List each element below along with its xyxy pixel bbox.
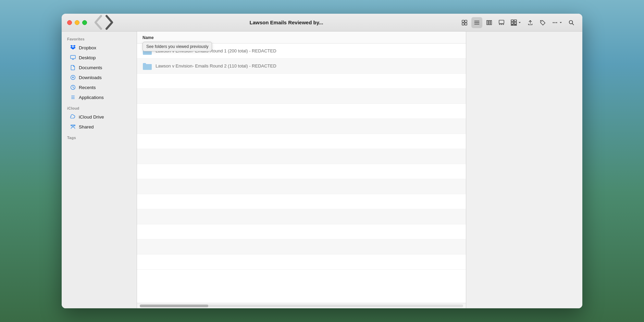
tag-button[interactable] (537, 17, 548, 28)
minimize-button[interactable] (75, 20, 79, 25)
empty-row (137, 134, 466, 149)
view-columns-button[interactable] (484, 17, 495, 28)
applications-icon (70, 94, 76, 100)
maximize-button[interactable] (82, 20, 87, 25)
sidebar-item-documents-label: Documents (79, 65, 102, 70)
empty-row (137, 224, 466, 239)
svg-point-23 (556, 22, 557, 23)
svg-point-20 (541, 21, 542, 22)
close-button[interactable] (67, 20, 72, 25)
tags-section: Tags (62, 134, 137, 141)
svg-rect-18 (511, 25, 513, 25)
sidebar-item-icloud-drive[interactable]: iCloud Drive (64, 112, 134, 122)
folder-icon (143, 62, 152, 70)
shared-icon (70, 124, 76, 130)
svg-rect-2 (462, 23, 464, 25)
preview-pane (466, 32, 582, 308)
file-header: Name See folders you viewed previously (137, 32, 466, 44)
recents-icon (70, 84, 76, 90)
svg-rect-1 (465, 20, 467, 22)
column-name: Name (143, 35, 154, 40)
empty-row (137, 89, 466, 104)
sidebar-item-icloud-drive-label: iCloud Drive (79, 114, 104, 120)
nav-buttons (94, 18, 114, 27)
more-button[interactable] (549, 17, 565, 28)
finder-window: Lawson Emails Reviewed by... (62, 14, 582, 308)
svg-point-36 (74, 125, 75, 126)
sidebar-item-recents-label: Recents (79, 85, 96, 90)
sidebar-item-recents[interactable]: Recents (64, 83, 134, 92)
sidebar-item-applications-label: Applications (79, 95, 104, 100)
empty-row (137, 255, 466, 270)
svg-rect-3 (465, 23, 467, 25)
toolbar-right (459, 17, 577, 28)
name-tooltip: See folders you viewed previously (143, 42, 212, 51)
downloads-icon (70, 74, 76, 80)
tags-header: Tags (62, 134, 137, 141)
svg-line-25 (572, 23, 574, 25)
svg-point-22 (555, 22, 556, 23)
main-content: Favorites Dropbox (62, 32, 582, 308)
svg-point-37 (71, 125, 72, 126)
empty-row (137, 104, 466, 119)
svg-rect-10 (499, 20, 504, 23)
title-bar: Lawson Emails Reviewed by... (62, 14, 582, 32)
sidebar-item-desktop-label: Desktop (79, 55, 96, 60)
file-name-2: Lawson v Envision- Emails Round 2 (110 t… (156, 63, 276, 69)
name-column-wrapper: Name See folders you viewed previously (143, 34, 154, 40)
svg-rect-14 (511, 20, 513, 22)
sidebar-item-downloads-label: Downloads (79, 75, 102, 80)
traffic-lights (67, 20, 87, 25)
favorites-section: Favorites Dropbox (62, 36, 137, 102)
window-title: Lawson Emails Reviewed by... (118, 20, 455, 25)
svg-rect-9 (491, 20, 492, 25)
empty-row (137, 194, 466, 209)
sidebar: Favorites Dropbox (62, 32, 137, 308)
file-row[interactable]: Lawson v Envision- Emails Round 2 (110 t… (137, 59, 466, 74)
desktop-icon (70, 54, 76, 61)
empty-row (137, 239, 466, 255)
sidebar-item-desktop[interactable]: Desktop (64, 53, 134, 62)
svg-rect-17 (514, 22, 517, 24)
empty-row (137, 179, 466, 194)
sidebar-item-downloads[interactable]: Downloads (64, 73, 134, 82)
empty-row (137, 209, 466, 224)
sidebar-item-applications[interactable]: Applications (64, 92, 134, 102)
file-area: Name See folders you viewed previously L… (137, 32, 466, 308)
favorites-header: Favorites (62, 36, 137, 42)
documents-icon (70, 64, 76, 71)
share-button[interactable] (525, 17, 536, 28)
svg-rect-8 (488, 20, 490, 25)
svg-point-21 (553, 22, 554, 23)
scroll-bar-area[interactable] (137, 303, 466, 308)
view-gallery-button[interactable] (496, 17, 507, 28)
back-button[interactable] (94, 18, 103, 27)
sidebar-item-shared[interactable]: Shared (64, 122, 134, 132)
search-button[interactable] (566, 17, 577, 28)
empty-row (137, 74, 466, 89)
svg-point-35 (72, 125, 74, 126)
scroll-thumb[interactable] (140, 305, 208, 307)
empty-row (137, 164, 466, 179)
svg-rect-15 (514, 20, 517, 22)
empty-row (137, 149, 466, 164)
svg-rect-0 (462, 20, 464, 22)
sidebar-item-documents[interactable]: Documents (64, 63, 134, 72)
sidebar-item-dropbox[interactable]: Dropbox (64, 43, 134, 52)
group-by-button[interactable] (508, 17, 523, 28)
scroll-track (140, 305, 463, 307)
sidebar-item-dropbox-label: Dropbox (79, 45, 96, 50)
empty-row (137, 119, 466, 134)
forward-button[interactable] (104, 18, 114, 27)
svg-rect-16 (511, 22, 513, 24)
icloud-header: iCloud (62, 105, 137, 112)
svg-rect-7 (487, 20, 488, 25)
icloud-drive-icon (70, 114, 76, 120)
dropbox-icon (70, 45, 76, 51)
view-grid-button[interactable] (459, 17, 470, 28)
svg-rect-19 (514, 25, 517, 25)
svg-rect-26 (71, 55, 75, 59)
file-list: Lawson v Envision- Emails Round 1 (200 t… (137, 44, 466, 303)
view-list-button[interactable] (471, 17, 482, 28)
icloud-section: iCloud iCloud Drive (62, 105, 137, 132)
